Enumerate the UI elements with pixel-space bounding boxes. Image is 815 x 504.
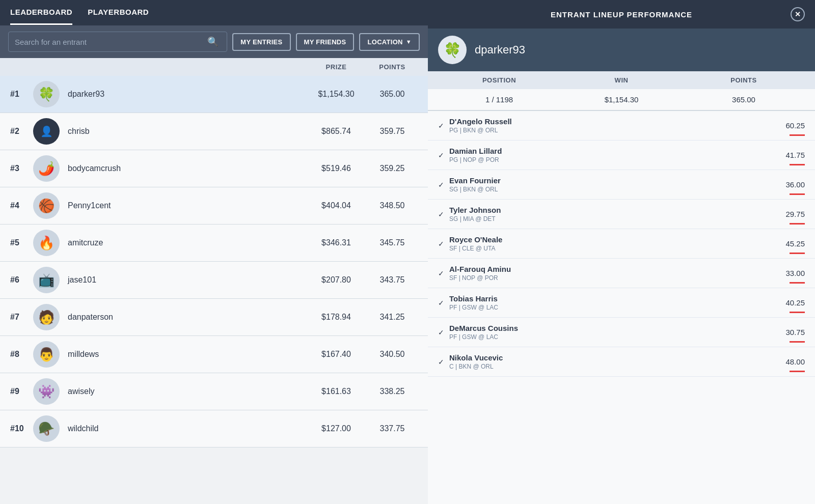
player-row[interactable]: ✓ Tobias Harris PF | GSW @ LAC 40.25 [428,288,815,318]
player-info: Royce O'Neale SF | CLE @ UTA [449,235,774,252]
leaderboard-row[interactable]: #2 👤 chrisb $865.74 359.75 [0,113,428,150]
rank-label: #7 [10,313,33,322]
username: wildchild [68,424,306,433]
player-row[interactable]: ✓ Evan Fournier SG | BKN @ ORL 36.00 [428,170,815,200]
points-value: 345.75 [367,238,418,247]
my-entries-button[interactable]: MY ENTRIES [232,33,290,51]
player-meta: SF | CLE @ UTA [449,245,774,252]
avatar: 👨 [33,341,60,368]
avatar: 👾 [33,378,60,405]
player-bar [790,253,805,254]
username: jase101 [68,275,306,285]
my-friends-button[interactable]: MY FRIENDS [296,33,355,51]
player-info: Tyler Johnson SG | MIA @ DET [449,206,774,222]
player-check-icon: ✓ [438,299,444,307]
player-bar [790,223,805,225]
perf-stat-position: 1 / 1198 [438,95,560,104]
leaderboard-row[interactable]: #5 🔥 amitcruze $346.31 345.75 [0,225,428,262]
player-score-area: 29.75 [774,210,805,218]
player-name: Evan Fournier [449,176,774,185]
perf-stats-row: 1 / 1198 $1,154.30 365.00 [428,89,815,111]
player-info: Damian Lillard PG | NOP @ POR [449,147,774,163]
player-row[interactable]: ✓ D'Angelo Russell PG | BKN @ ORL 60.25 [428,111,815,141]
table-header: PRIZE POINTS [0,58,428,76]
perf-table-header: POSITION WIN POINTS [428,71,815,89]
player-row[interactable]: ✓ Tyler Johnson SG | MIA @ DET 29.75 [428,200,815,229]
close-button[interactable]: ✕ [791,7,805,21]
tab-leaderboard[interactable]: LEADERBOARD [10,1,72,25]
rank-label: #1 [10,90,33,99]
avatar: 🧑 [33,304,60,330]
rank-label: #5 [10,238,33,247]
player-row[interactable]: ✓ Damian Lillard PG | NOP @ POR 41.75 [428,141,815,170]
location-button[interactable]: LOCATION ▼ [359,33,420,51]
prize-value: $207.80 [306,275,367,285]
player-meta: SG | BKN @ ORL [449,186,774,193]
player-meta: C | BKN @ ORL [449,363,774,370]
username: bodycamcrush [68,164,306,173]
player-points: 40.25 [774,298,805,307]
player-check-icon: ✓ [438,122,444,130]
leaderboard-row[interactable]: #4 🏀 Penny1cent $404.04 348.50 [0,187,428,225]
player-check-icon: ✓ [438,210,444,218]
right-panel-title: ENTRANT LINEUP PERFORMANCE [452,10,791,19]
player-name: Nikola Vucevic [449,353,774,362]
player-name: Al-Farouq Aminu [449,265,774,273]
player-bar [790,371,805,372]
search-input[interactable] [15,38,205,46]
prize-value: $865.74 [306,127,367,136]
points-value: 359.75 [367,127,418,136]
leaderboard-row[interactable]: #8 👨 milldews $167.40 340.50 [0,336,428,373]
perf-stat-points: 365.00 [683,95,805,104]
player-meta: PG | BKN @ ORL [449,127,774,134]
leaderboard-row[interactable]: #10 🪖 wildchild $127.00 337.75 [0,410,428,447]
leaderboard-row[interactable]: #1 🍀 dparker93 $1,154.30 365.00 [0,76,428,113]
player-score-area: 36.00 [774,180,805,189]
rank-label: #2 [10,127,33,136]
prize-value: $178.94 [306,313,367,322]
player-check-icon: ✓ [438,240,444,248]
leaderboard-row[interactable]: #3 🌶️ bodycamcrush $519.46 359.25 [0,150,428,187]
player-check-icon: ✓ [438,269,444,277]
rank-label: #10 [10,424,33,433]
prize-value: $1,154.30 [306,90,367,99]
player-name: Tyler Johnson [449,206,774,214]
player-meta: SG | MIA @ DET [449,215,774,222]
leaderboard-row[interactable]: #6 📺 jase101 $207.80 343.75 [0,262,428,299]
header-points: POINTS [367,63,418,71]
player-list: ✓ D'Angelo Russell PG | BKN @ ORL 60.25 … [428,111,815,504]
player-row[interactable]: ✓ Al-Farouq Aminu SF | NOP @ POR 33.00 [428,259,815,288]
search-icon-button[interactable]: 🔍 [205,36,221,47]
leaderboard-list: #1 🍀 dparker93 $1,154.30 365.00 #2 👤 chr… [0,76,428,504]
points-value: 338.25 [367,387,418,396]
player-bar [790,312,805,313]
prize-value: $404.04 [306,201,367,210]
player-bar [790,164,805,165]
leaderboard-row[interactable]: #9 👾 awisely $161.63 338.25 [0,373,428,410]
header-prize: PRIZE [306,63,367,71]
player-points: 36.00 [774,180,805,189]
player-score-area: 48.00 [774,357,805,366]
entrant-name: dparker93 [475,43,525,57]
player-row[interactable]: ✓ Nikola Vucevic C | BKN @ ORL 48.00 [428,347,815,377]
prize-value: $127.00 [306,424,367,433]
player-info: DeMarcus Cousins PF | GSW @ LAC [449,324,774,341]
left-panel: LEADERBOARD PLAYERBOARD 🔍 MY ENTRIES MY … [0,0,428,504]
tab-playerboard[interactable]: PLAYERBOARD [88,1,149,25]
player-score-area: 30.75 [774,328,805,337]
player-score-area: 41.75 [774,151,805,159]
prize-value: $519.46 [306,164,367,173]
entrant-avatar-emoji: 🍀 [444,42,461,59]
player-points: 41.75 [774,151,805,159]
avatar: 📺 [33,267,60,293]
search-input-wrap: 🔍 [8,32,227,52]
avatar: 🪖 [33,415,60,442]
leaderboard-row[interactable]: #7 🧑 danpaterson $178.94 341.25 [0,299,428,336]
points-value: 337.75 [367,424,418,433]
prize-value: $346.31 [306,238,367,247]
username: danpaterson [68,313,306,322]
player-row[interactable]: ✓ Royce O'Neale SF | CLE @ UTA 45.25 [428,229,815,259]
player-info: Nikola Vucevic C | BKN @ ORL [449,353,774,370]
player-row[interactable]: ✓ DeMarcus Cousins PF | GSW @ LAC 30.75 [428,318,815,347]
player-meta: PF | GSW @ LAC [449,333,774,341]
